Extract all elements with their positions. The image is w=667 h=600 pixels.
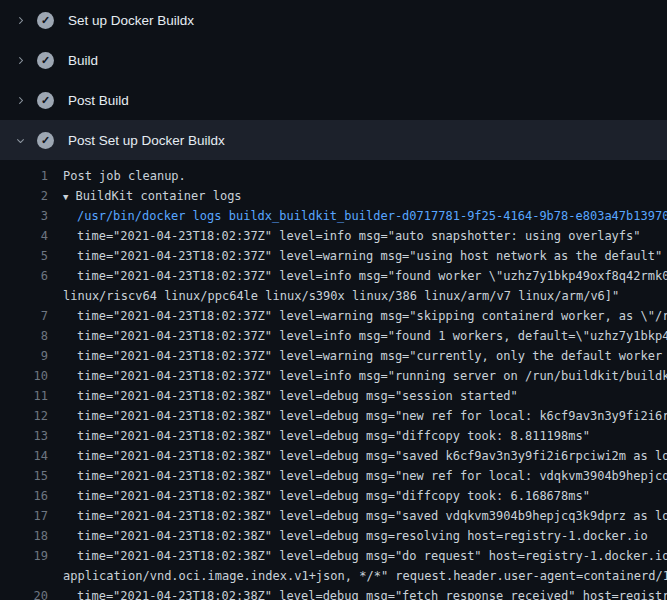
log-line-text: time="2021-04-23T18:02:38Z" level=debug … bbox=[48, 586, 667, 600]
log-line-text: time="2021-04-23T18:02:38Z" level=debug … bbox=[48, 406, 667, 426]
log-line-number[interactable]: 19 bbox=[0, 546, 48, 566]
step-title: Post Build bbox=[68, 93, 129, 108]
check-circle-icon: ✓ bbox=[37, 92, 54, 109]
log-line: 4time="2021-04-23T18:02:37Z" level=info … bbox=[0, 226, 667, 246]
log-line-number[interactable]: 18 bbox=[0, 526, 48, 546]
log-line-number[interactable]: 3 bbox=[0, 206, 48, 226]
log-line-number[interactable]: 2 bbox=[0, 186, 48, 206]
step-header-set-up-docker-buildx[interactable]: ✓ Set up Docker Buildx bbox=[0, 0, 667, 40]
log-line: 18time="2021-04-23T18:02:38Z" level=debu… bbox=[0, 526, 667, 546]
check-circle-icon: ✓ bbox=[37, 132, 54, 149]
log-line-number[interactable]: 1 bbox=[0, 166, 48, 186]
log-line: 14time="2021-04-23T18:02:38Z" level=debu… bbox=[0, 446, 667, 466]
log-line-text: time="2021-04-23T18:02:38Z" level=debug … bbox=[48, 386, 667, 406]
check-circle-icon: ✓ bbox=[37, 12, 54, 29]
log-line-text: time="2021-04-23T18:02:38Z" level=debug … bbox=[48, 506, 667, 526]
step-title: Post Set up Docker Buildx bbox=[68, 133, 225, 148]
log-line-text: ▼BuildKit container logs bbox=[48, 186, 667, 206]
step-title: Build bbox=[68, 53, 98, 68]
log-line: 10time="2021-04-23T18:02:37Z" level=info… bbox=[0, 366, 667, 386]
log-line-text: application/vnd.oci.image.index.v1+json,… bbox=[48, 566, 667, 586]
group-collapse-caret-icon[interactable]: ▼ bbox=[63, 187, 68, 206]
log-line-number[interactable]: 8 bbox=[0, 326, 48, 346]
log-line-number[interactable]: 5 bbox=[0, 246, 48, 266]
log-line: 13time="2021-04-23T18:02:38Z" level=debu… bbox=[0, 426, 667, 446]
log-line-number[interactable]: 10 bbox=[0, 366, 48, 386]
log-line-number[interactable]: 11 bbox=[0, 386, 48, 406]
log-line-number[interactable]: 6 bbox=[0, 266, 48, 286]
log-line-text: time="2021-04-23T18:02:37Z" level=info m… bbox=[48, 366, 667, 386]
steps-list: ✓ Set up Docker Buildx ✓ Build ✓ Post Bu… bbox=[0, 0, 667, 160]
log-line-text: time="2021-04-23T18:02:37Z" level=warnin… bbox=[48, 306, 667, 326]
log-line-number bbox=[0, 286, 48, 306]
log-line: 12time="2021-04-23T18:02:38Z" level=debu… bbox=[0, 406, 667, 426]
chevron-right-icon[interactable] bbox=[12, 52, 28, 68]
log-line: linux/riscv64 linux/ppc64le linux/s390x … bbox=[0, 286, 667, 306]
log-output: 1Post job cleanup.2▼BuildKit container l… bbox=[0, 160, 667, 600]
log-line-number[interactable]: 15 bbox=[0, 466, 48, 486]
log-line: 1Post job cleanup. bbox=[0, 166, 667, 186]
log-line-number[interactable]: 16 bbox=[0, 486, 48, 506]
command-text: /usr/bin/docker logs buildx_buildkit_bui… bbox=[48, 206, 667, 226]
log-line-text: time="2021-04-23T18:02:38Z" level=debug … bbox=[48, 426, 667, 446]
step-title: Set up Docker Buildx bbox=[68, 13, 194, 28]
log-line: 20time="2021-04-23T18:02:38Z" level=debu… bbox=[0, 586, 667, 600]
step-header-post-build[interactable]: ✓ Post Build bbox=[0, 80, 667, 120]
chevron-right-icon[interactable] bbox=[12, 92, 28, 108]
group-label[interactable]: BuildKit container logs bbox=[75, 189, 241, 203]
log-line: 17time="2021-04-23T18:02:38Z" level=debu… bbox=[0, 506, 667, 526]
step-header-post-set-up-docker-buildx[interactable]: ✓ Post Set up Docker Buildx bbox=[0, 120, 667, 160]
log-line-number[interactable]: 14 bbox=[0, 446, 48, 466]
log-line: 15time="2021-04-23T18:02:38Z" level=debu… bbox=[0, 466, 667, 486]
log-line-number[interactable]: 7 bbox=[0, 306, 48, 326]
log-line: application/vnd.oci.image.index.v1+json,… bbox=[0, 566, 667, 586]
log-line-number[interactable]: 13 bbox=[0, 426, 48, 446]
log-line-text: linux/riscv64 linux/ppc64le linux/s390x … bbox=[48, 286, 667, 306]
log-line-text: time="2021-04-23T18:02:37Z" level=info m… bbox=[48, 226, 667, 246]
log-line-text: Post job cleanup. bbox=[48, 166, 667, 186]
check-circle-icon: ✓ bbox=[37, 52, 54, 69]
log-line-text: time="2021-04-23T18:02:38Z" level=debug … bbox=[48, 446, 667, 466]
log-line: 2▼BuildKit container logs bbox=[0, 186, 667, 206]
chevron-down-icon[interactable] bbox=[12, 132, 28, 148]
log-line-number bbox=[0, 566, 48, 586]
log-line: 8time="2021-04-23T18:02:37Z" level=info … bbox=[0, 326, 667, 346]
step-header-build[interactable]: ✓ Build bbox=[0, 40, 667, 80]
log-line: 5time="2021-04-23T18:02:37Z" level=warni… bbox=[0, 246, 667, 266]
log-line: 3/usr/bin/docker logs buildx_buildkit_bu… bbox=[0, 206, 667, 226]
log-line: 19time="2021-04-23T18:02:38Z" level=debu… bbox=[0, 546, 667, 566]
log-line: 6time="2021-04-23T18:02:37Z" level=info … bbox=[0, 266, 667, 286]
log-line-number[interactable]: 4 bbox=[0, 226, 48, 246]
log-line: 16time="2021-04-23T18:02:38Z" level=debu… bbox=[0, 486, 667, 506]
log-line-text: time="2021-04-23T18:02:37Z" level=warnin… bbox=[48, 346, 667, 366]
log-line-text: time="2021-04-23T18:02:38Z" level=debug … bbox=[48, 466, 667, 486]
log-line-text: time="2021-04-23T18:02:38Z" level=debug … bbox=[48, 546, 667, 566]
log-line-text: time="2021-04-23T18:02:37Z" level=info m… bbox=[48, 326, 667, 346]
chevron-right-icon[interactable] bbox=[12, 12, 28, 28]
log-line-text: time="2021-04-23T18:02:38Z" level=debug … bbox=[48, 526, 667, 546]
log-line: 9time="2021-04-23T18:02:37Z" level=warni… bbox=[0, 346, 667, 366]
log-line-number[interactable]: 20 bbox=[0, 586, 48, 600]
log-line-text: time="2021-04-23T18:02:37Z" level=warnin… bbox=[48, 246, 667, 266]
log-line-number[interactable]: 9 bbox=[0, 346, 48, 366]
log-line: 7time="2021-04-23T18:02:37Z" level=warni… bbox=[0, 306, 667, 326]
log-line-text: time="2021-04-23T18:02:38Z" level=debug … bbox=[48, 486, 667, 506]
log-line-number[interactable]: 17 bbox=[0, 506, 48, 526]
log-line-text: time="2021-04-23T18:02:37Z" level=info m… bbox=[48, 266, 667, 286]
log-line-number[interactable]: 12 bbox=[0, 406, 48, 426]
log-line: 11time="2021-04-23T18:02:38Z" level=debu… bbox=[0, 386, 667, 406]
